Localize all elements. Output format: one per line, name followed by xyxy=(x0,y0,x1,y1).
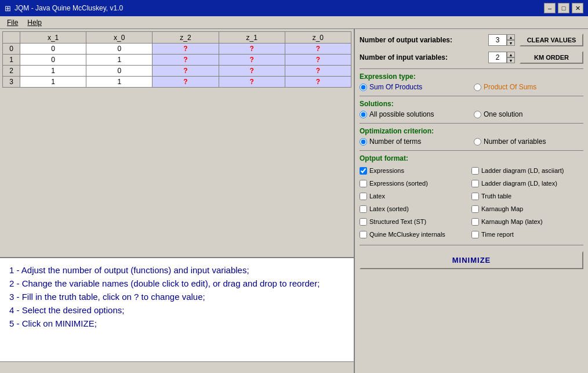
input-vars-down[interactable]: ▼ xyxy=(507,57,515,63)
sop-radio[interactable] xyxy=(360,84,367,91)
solutions-label: Solutions: xyxy=(360,100,583,108)
pos-label: Product Of Sums xyxy=(484,83,536,91)
input-vars-input[interactable] xyxy=(488,52,507,63)
output-vars-up[interactable]: ▲ xyxy=(507,34,515,40)
col-header-x0[interactable]: x_0 xyxy=(86,32,153,44)
output-opt-left-cb-3[interactable] xyxy=(360,205,367,213)
truth-table: x_1 x_0 z_2 z_1 z_0 000???101???210???31… xyxy=(2,31,351,88)
input-vars-label: Number of input variables: xyxy=(360,53,488,61)
all-solutions-label: All possible solutions xyxy=(369,110,434,118)
output-opt-right-label-2: Truth table xyxy=(481,193,511,200)
table-input-cell-2-1: 0 xyxy=(86,66,153,77)
output-opt-left-cb-4[interactable] xyxy=(360,218,367,226)
col-header-rownum xyxy=(3,32,20,44)
right-panel: Number of output variables: ▲ ▼ CLEAR VA… xyxy=(355,29,588,373)
output-opt-left-cb-1[interactable] xyxy=(360,180,367,187)
expression-type-options: Sum Of Products Product Of Sums xyxy=(360,82,583,92)
output-opt-right-3: Karnaugh Map xyxy=(471,203,583,215)
output-opt-left-label-1: Expressions (sorted) xyxy=(369,180,428,187)
output-vars-spinner: ▲ ▼ xyxy=(488,34,515,46)
table-row-num-3: 3 xyxy=(3,77,20,88)
table-row-num-0: 0 xyxy=(3,44,20,55)
menu-file[interactable]: File xyxy=(2,17,23,28)
num-vars-label: Number of variables xyxy=(484,137,546,146)
output-opt-left-4: Structured Text (ST) xyxy=(360,216,471,227)
output-opt-right-label-0: Ladder diagram (LD, asciiart) xyxy=(481,167,564,174)
optimization-label: Optimization criterion: xyxy=(360,127,583,135)
table-output-cell-1-2[interactable]: ? xyxy=(285,55,351,66)
table-output-cell-2-2[interactable]: ? xyxy=(285,66,351,77)
num-vars-radio[interactable] xyxy=(474,138,481,146)
input-vars-up[interactable]: ▲ xyxy=(507,52,515,57)
input-vars-spinner: ▲ ▼ xyxy=(488,52,515,63)
output-opt-left-label-4: Structured Text (ST) xyxy=(369,218,426,225)
minimize-window-button[interactable]: – xyxy=(544,3,556,13)
output-format-grid: ExpressionsExpressions (sorted)LatexLate… xyxy=(360,164,583,241)
col-header-z1[interactable]: z_1 xyxy=(219,32,285,44)
terms-row: Number of terms xyxy=(360,137,469,146)
output-opt-right-cb-1[interactable] xyxy=(471,180,479,187)
pos-row: Product Of Sums xyxy=(474,83,583,91)
table-output-cell-1-1[interactable]: ? xyxy=(219,55,285,66)
table-output-cell-3-2[interactable]: ? xyxy=(285,77,351,88)
table-output-cell-1-0[interactable]: ? xyxy=(153,55,219,66)
maximize-window-button[interactable]: □ xyxy=(558,3,569,13)
output-opt-right-label-1: Ladder diagram (LD, latex) xyxy=(481,180,557,187)
output-opt-left-cb-5[interactable] xyxy=(360,231,367,238)
output-opt-right-4: Karnaugh Map (latex) xyxy=(471,216,583,227)
table-output-cell-2-1[interactable]: ? xyxy=(219,66,285,77)
left-panel: x_1 x_0 z_2 z_1 z_0 000???101???210???31… xyxy=(0,29,355,373)
one-solution-radio[interactable] xyxy=(474,111,481,118)
output-format-right-col: Ladder diagram (LD, asciiart)Ladder diag… xyxy=(471,164,583,241)
col-header-z0[interactable]: z_0 xyxy=(285,32,351,44)
output-vars-down[interactable]: ▼ xyxy=(507,40,515,46)
output-format-left-col: ExpressionsExpressions (sorted)LatexLate… xyxy=(360,164,471,241)
num-terms-label: Number of terms xyxy=(369,137,421,146)
sop-label: Sum Of Products xyxy=(369,83,422,91)
instruction-3: 3 - Fill in the truth table, click on ? … xyxy=(9,292,344,302)
km-order-button[interactable]: KM ORDER xyxy=(520,51,583,64)
sop-col: Sum Of Products xyxy=(360,82,469,92)
table-output-cell-3-1[interactable]: ? xyxy=(219,77,285,88)
table-output-cell-0-0[interactable]: ? xyxy=(153,44,219,55)
output-opt-left-2: Latex xyxy=(360,190,471,202)
menu-bar: File Help xyxy=(0,16,588,29)
all-solutions-radio[interactable] xyxy=(360,111,367,118)
pos-radio[interactable] xyxy=(474,84,481,91)
output-opt-right-cb-0[interactable] xyxy=(471,167,479,175)
output-vars-input[interactable] xyxy=(488,34,507,46)
output-opt-left-cb-2[interactable] xyxy=(360,193,367,200)
output-opt-left-1: Expressions (sorted) xyxy=(360,178,471,189)
output-opt-right-cb-3[interactable] xyxy=(471,205,479,213)
pos-col: Product Of Sums xyxy=(474,82,583,92)
one-solution-col: One solution xyxy=(474,109,583,119)
table-input-cell-2-0: 1 xyxy=(20,66,86,77)
output-opt-right-label-4: Karnaugh Map (latex) xyxy=(481,218,543,225)
table-output-cell-0-2[interactable]: ? xyxy=(285,44,351,55)
col-header-x1[interactable]: x_1 xyxy=(20,32,86,44)
table-output-cell-0-1[interactable]: ? xyxy=(219,44,285,55)
clear-values-button[interactable]: CLEAR VALUES xyxy=(520,34,583,46)
output-opt-left-label-2: Latex xyxy=(369,193,385,200)
menu-help[interactable]: Help xyxy=(23,17,46,28)
close-window-button[interactable]: ✕ xyxy=(572,3,583,13)
output-opt-right-2: Truth table xyxy=(471,190,583,202)
num-terms-radio[interactable] xyxy=(360,138,367,146)
output-opt-right-cb-4[interactable] xyxy=(471,218,479,226)
output-opt-right-1: Ladder diagram (LD, latex) xyxy=(471,178,583,189)
table-container: x_1 x_0 z_2 z_1 z_0 000???101???210???31… xyxy=(0,29,354,257)
minimize-button[interactable]: MINIMIZE xyxy=(360,251,583,269)
table-output-cell-2-0[interactable]: ? xyxy=(153,66,219,77)
title-bar-left: ⊞ JQM - Java Quine McCluskey, v1.0 xyxy=(5,4,123,13)
divider-4 xyxy=(360,150,583,151)
all-solutions-col: All possible solutions xyxy=(360,109,469,119)
output-opt-right-cb-5[interactable] xyxy=(471,231,479,238)
one-solution-label: One solution xyxy=(484,110,522,118)
output-opt-left-label-3: Latex (sorted) xyxy=(369,205,409,212)
output-opt-right-cb-2[interactable] xyxy=(471,193,479,200)
output-opt-right-label-3: Karnaugh Map xyxy=(481,205,523,212)
output-opt-left-0: Expressions xyxy=(360,165,471,176)
table-output-cell-3-0[interactable]: ? xyxy=(153,77,219,88)
output-opt-left-cb-0[interactable] xyxy=(360,167,367,175)
col-header-z2[interactable]: z_2 xyxy=(153,32,219,44)
